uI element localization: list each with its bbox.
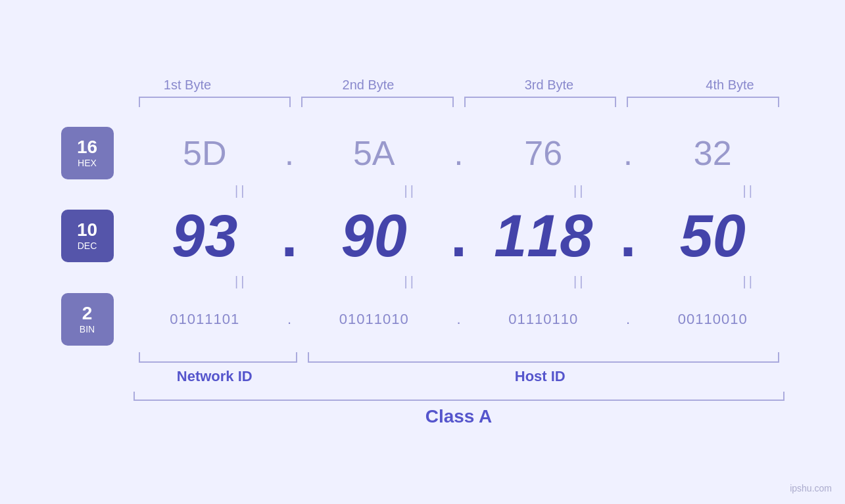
hex-dot-1: . (276, 133, 302, 173)
top-bracket-row (133, 97, 785, 107)
eq2-2: || (339, 274, 482, 289)
top-bracket-3 (464, 97, 617, 107)
dec-dot-3: . (615, 202, 641, 270)
bottom-brackets (133, 352, 785, 363)
dec-row: 10 DEC 93 . 90 . 118 . 50 (61, 202, 785, 270)
dec-dot-1: . (276, 202, 302, 270)
hex-val-3: 76 (472, 133, 616, 173)
eq2-1: || (170, 274, 313, 289)
eq2-3: || (508, 274, 652, 289)
bin-dot-1: . (276, 311, 302, 328)
bracket-labels: Network ID Host ID (133, 368, 785, 385)
bin-badge-num: 2 (82, 304, 93, 323)
hex-badge-label: HEX (78, 158, 97, 168)
main-container: 1st Byte 2nd Byte 3rd Byte 4th Byte 16 H… (61, 78, 785, 427)
bin-val-1: 01011101 (133, 311, 277, 328)
bin-val-4: 00110010 (641, 311, 785, 328)
bin-badge: 2 BIN (61, 293, 114, 346)
equals-row-1: || || || || (97, 179, 821, 202)
byte-header-1: 1st Byte (97, 78, 278, 97)
bin-dot-3: . (615, 311, 641, 328)
byte-headers: 1st Byte 2nd Byte 3rd Byte 4th Byte (97, 78, 821, 97)
host-bracket (308, 352, 779, 363)
dec-badge-num: 10 (77, 221, 97, 239)
class-section: Class A (133, 392, 785, 427)
eq2-4: || (677, 274, 821, 289)
bottom-section: Network ID Host ID (133, 352, 785, 385)
dec-val-2: 90 (302, 202, 446, 270)
hex-badge: 16 HEX (61, 127, 114, 179)
bin-badge-label: BIN (80, 324, 95, 334)
hex-val-1: 5D (133, 133, 277, 173)
equals-row-2: || || || || (97, 270, 821, 293)
dec-val-3: 118 (472, 202, 616, 270)
byte-header-3: 3rd Byte (459, 78, 640, 97)
eq1-4: || (677, 183, 821, 198)
eq1-1: || (170, 183, 313, 198)
watermark: ipshu.com (790, 483, 832, 493)
dec-val-4: 50 (641, 202, 785, 270)
byte-header-2: 2nd Byte (278, 78, 459, 97)
bin-dot-2: . (446, 311, 472, 328)
hex-row: 16 HEX 5D . 5A . 76 . 32 (61, 127, 785, 179)
hex-val-2: 5A (302, 133, 446, 173)
hex-dot-2: . (446, 133, 472, 173)
top-bracket-1 (139, 97, 291, 107)
dec-val-1: 93 (133, 202, 277, 270)
top-bracket-4 (627, 97, 779, 107)
hex-badge-num: 16 (77, 138, 97, 156)
dec-values: 93 . 90 . 118 . 50 (133, 202, 785, 270)
bin-row: 2 BIN 01011101 . 01011010 . 01110110 . (61, 293, 785, 346)
byte-header-4: 4th Byte (640, 78, 821, 97)
bin-values: 01011101 . 01011010 . 01110110 . 0011001… (133, 311, 785, 328)
class-label: Class A (133, 406, 785, 427)
hex-values: 5D . 5A . 76 . 32 (133, 133, 785, 173)
top-bracket-2 (301, 97, 454, 107)
hex-dot-3: . (615, 133, 641, 173)
dec-badge: 10 DEC (61, 210, 114, 262)
hex-val-4: 32 (641, 133, 785, 173)
dec-dot-2: . (446, 202, 472, 270)
dec-badge-label: DEC (78, 241, 97, 251)
eq1-3: || (508, 183, 652, 198)
bin-val-3: 01110110 (472, 311, 616, 328)
class-bracket (133, 392, 785, 401)
network-id-label: Network ID (133, 368, 297, 385)
network-bracket (139, 352, 298, 363)
eq1-2: || (339, 183, 482, 198)
bin-val-2: 01011010 (302, 311, 446, 328)
host-id-label: Host ID (296, 368, 785, 385)
